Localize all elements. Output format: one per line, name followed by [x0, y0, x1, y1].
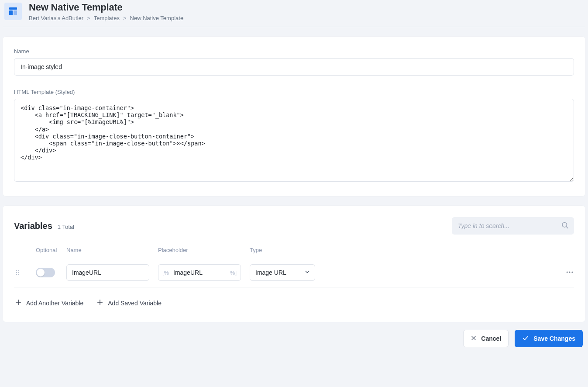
add-variable-button[interactable]: Add Another Variable [14, 297, 84, 309]
plus-icon [96, 299, 103, 307]
template-icon [4, 3, 22, 20]
svg-point-8 [18, 272, 19, 273]
svg-rect-0 [9, 7, 17, 10]
plus-icon [15, 299, 22, 307]
header-name: Name [66, 247, 149, 253]
breadcrumb-sep: > [123, 15, 127, 21]
svg-point-6 [18, 270, 19, 271]
variables-search [452, 217, 574, 235]
variables-headers: Optional Name Placeholder Type [14, 242, 574, 258]
header-type: Type [250, 247, 315, 253]
cancel-label: Cancel [481, 335, 501, 342]
name-input[interactable] [14, 58, 574, 76]
drag-handle-icon[interactable] [14, 269, 36, 276]
row-more-icon[interactable] [565, 268, 574, 278]
breadcrumb-root[interactable]: Bert Varias's AdButler [29, 15, 83, 21]
header-optional: Optional [36, 247, 66, 253]
close-icon [471, 335, 477, 342]
check-icon [522, 335, 529, 343]
save-button[interactable]: Save Changes [515, 330, 583, 347]
breadcrumb-section[interactable]: Templates [94, 15, 120, 21]
breadcrumb: Bert Varias's AdButler > Templates > New… [29, 15, 183, 21]
html-template-textarea[interactable] [14, 99, 574, 182]
svg-point-5 [16, 270, 17, 271]
footer-actions: Cancel Save Changes [3, 322, 585, 347]
variables-title: Variables [14, 221, 52, 231]
optional-toggle[interactable] [36, 268, 55, 277]
add-variable-label: Add Another Variable [26, 300, 83, 307]
variable-placeholder-input[interactable] [158, 264, 241, 281]
variable-row: [% %] Image URL [14, 258, 574, 287]
header-placeholder: Placeholder [158, 247, 241, 253]
add-saved-variable-button[interactable]: Add Saved Variable [96, 297, 162, 309]
save-label: Save Changes [533, 335, 575, 342]
search-input[interactable] [452, 217, 574, 235]
variable-type-select[interactable]: Image URL [250, 264, 315, 281]
breadcrumb-sep: > [87, 15, 90, 21]
search-icon [561, 221, 569, 231]
name-label: Name [14, 48, 574, 55]
cancel-button[interactable]: Cancel [463, 330, 509, 347]
svg-rect-2 [14, 10, 17, 15]
svg-point-11 [567, 271, 568, 273]
svg-point-7 [16, 272, 17, 273]
variable-name-input[interactable] [66, 264, 149, 281]
page-title: New Native Template [29, 2, 183, 13]
variables-subtitle: 1 Total [58, 224, 74, 230]
svg-point-13 [571, 271, 573, 273]
svg-point-9 [16, 274, 17, 275]
template-form-card: Name HTML Template (Styled) [3, 37, 585, 196]
svg-rect-1 [9, 10, 13, 15]
svg-point-10 [18, 274, 19, 275]
svg-point-12 [569, 271, 571, 273]
html-template-label: HTML Template (Styled) [14, 89, 574, 95]
svg-line-4 [566, 227, 568, 228]
breadcrumb-current: New Native Template [130, 15, 184, 21]
add-saved-variable-label: Add Saved Variable [108, 300, 162, 307]
placeholder-wrap: [% %] [158, 264, 241, 281]
variables-card: Variables 1 Total Optional Name Placehol… [3, 206, 585, 322]
page-header: New Native Template Bert Varias's AdButl… [3, 0, 585, 27]
